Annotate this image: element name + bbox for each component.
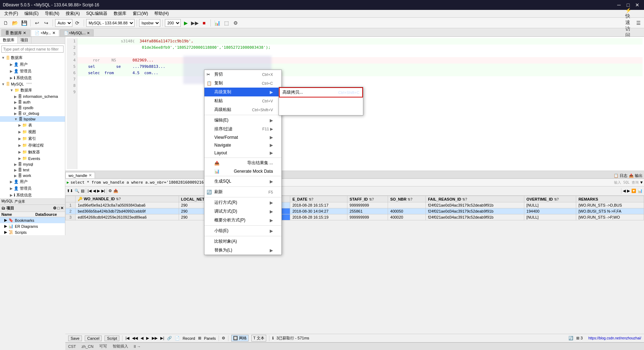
ctx-item-copy[interactable]: 📋 复制 Ctrl+C <box>204 79 281 88</box>
ctx-item-gen-sql[interactable]: 生成SQL ▶ <box>204 177 281 186</box>
ctx-refresh-label: 刷新 <box>214 189 223 195</box>
submenu-advanced-copy-shortcut: Ctrl+Shift+C <box>338 90 359 95</box>
ctx-item-advanced-copy[interactable]: 高级复制 ▶ 高级拷贝... Ctrl+Shift+C 拷贝字段名称 拷贝行号 <box>204 88 281 96</box>
ctx-sep-2 <box>204 158 281 158</box>
ctx-paste-shortcut: Ctrl+V <box>262 99 273 103</box>
ctx-advanced-paste-shortcut: Ctrl+Shift+V <box>252 108 273 112</box>
ctx-item-debug-as[interactable]: 调试方式(D) ▶ <box>204 207 281 216</box>
ctx-run-arrow: ▶ <box>270 200 273 205</box>
ctx-sep-7 <box>204 236 281 236</box>
ctx-mock-label: Generate Mock Data <box>234 169 273 174</box>
submenu-copy-field-name[interactable]: 拷贝字段名称 <box>279 97 363 106</box>
ctx-advanced-paste-label: 高级粘贴 <box>214 107 231 113</box>
ctx-view-format-label: View/Format <box>214 135 238 140</box>
ctx-item-paste[interactable]: 粘贴 Ctrl+V <box>204 96 281 105</box>
refresh-icon: 🔄 <box>207 190 212 195</box>
ctx-item-sort[interactable]: 排序/过滤 F11 ▶ <box>204 125 281 134</box>
ctx-sep-5 <box>204 197 281 197</box>
submenu: 高级拷贝... Ctrl+Shift+C 拷贝字段名称 拷贝行号 <box>279 87 363 115</box>
ctx-advanced-copy-label: 高级复制 <box>214 89 231 95</box>
ctx-cut-label: 剪切 <box>214 71 223 77</box>
ctx-replace-arrow: ▶ <box>270 248 273 253</box>
ctx-item-navigate[interactable]: Navigate ▶ <box>204 141 281 149</box>
ctx-gensql-arrow: ▶ <box>270 179 273 184</box>
ctx-replace-label: 替换为(L) <box>214 247 232 253</box>
ctx-arrow-icon: ▶ <box>270 90 273 95</box>
submenu-advanced-copy-label: 高级拷贝... <box>282 89 303 95</box>
ctx-item-view-format[interactable]: View/Format ▶ <box>204 134 281 141</box>
ctx-sort-label: 排序/过滤 <box>214 126 232 132</box>
ctx-sep-6 <box>204 225 281 226</box>
ctx-item-export[interactable]: 📤 导出结果集 ... <box>204 159 281 167</box>
ctx-item-replace[interactable]: 替换为(L) ▶ <box>204 246 281 255</box>
ctx-item-compare[interactable]: 比较对象(A) <box>204 237 281 246</box>
ctx-export-label: 导出结果集 ... <box>247 160 273 166</box>
ctx-profile-arrow: ▶ <box>270 218 273 223</box>
context-menu-overlay[interactable]: ✂ 剪切 Ctrl+X 📋 复制 Ctrl+C 高级复制 ▶ 高级拷贝... C… <box>0 0 644 350</box>
cut-icon: ✂ <box>207 72 210 77</box>
ctx-item-refresh[interactable]: 🔄 刷新 F5 <box>204 188 281 196</box>
ctx-item-cut[interactable]: ✂ 剪切 Ctrl+X <box>204 70 281 79</box>
submenu-copy-row-label: 拷贝行号 <box>282 108 299 114</box>
ctx-edit-label: 编辑(E) <box>214 117 228 123</box>
ctx-profile-label: 概要分析方式(P) <box>214 217 245 223</box>
submenu-copy-field-label: 拷贝字段名称 <box>282 99 307 105</box>
ctx-copy-label: 复制 <box>214 80 223 86</box>
ctx-item-edit[interactable]: 编辑(E) ▶ <box>204 116 281 125</box>
ctx-layout-label: Layout <box>214 150 227 155</box>
ctx-compare-label: 比较对象(A) <box>214 238 237 244</box>
ctx-sep-4 <box>204 186 281 187</box>
mock-icon: 📊 <box>214 169 220 174</box>
ctx-sep-3 <box>204 176 281 176</box>
ctx-edit-arrow: ▶ <box>270 118 273 123</box>
submenu-copy-row-num[interactable]: 拷贝行号 <box>279 106 363 115</box>
copy-icon: 📋 <box>207 81 212 86</box>
ctx-cut-shortcut: Ctrl+X <box>262 72 273 77</box>
ctx-vf-arrow: ▶ <box>270 135 273 140</box>
export-icon: 📤 <box>214 161 220 166</box>
ctx-item-profile[interactable]: 概要分析方式(P) ▶ <box>204 216 281 225</box>
ctx-sort-shortcut: F11 ▶ <box>262 127 273 131</box>
ctx-gen-sql-label: 生成SQL <box>214 178 231 184</box>
ctx-refresh-shortcut: F5 <box>268 190 273 194</box>
ctx-run-as-label: 运行方式(R) <box>214 200 237 206</box>
ctx-item-run-as[interactable]: 运行方式(R) ▶ <box>204 198 281 207</box>
ctx-navigate-label: Navigate <box>214 143 231 148</box>
submenu-advanced-copy[interactable]: 高级拷贝... Ctrl+Shift+C <box>279 87 363 97</box>
ctx-item-group[interactable]: 小组(E) ▶ <box>204 226 281 235</box>
context-menu: ✂ 剪切 Ctrl+X 📋 复制 Ctrl+C 高级复制 ▶ 高级拷贝... C… <box>204 70 282 255</box>
ctx-copy-shortcut: Ctrl+C <box>262 81 273 85</box>
ctx-group-arrow: ▶ <box>270 229 273 233</box>
ctx-layout-arrow: ▶ <box>270 150 273 155</box>
ctx-group-label: 小组(E) <box>214 228 228 234</box>
ctx-item-layout[interactable]: Layout ▶ <box>204 149 281 157</box>
ctx-sep-1 <box>204 115 281 115</box>
ctx-item-mock-data[interactable]: 📊 Generate Mock Data <box>204 167 281 175</box>
ctx-nav-arrow: ▶ <box>270 143 273 148</box>
ctx-debug-label: 调试方式(D) <box>214 208 237 214</box>
ctx-debug-arrow: ▶ <box>270 209 273 214</box>
ctx-paste-label: 粘贴 <box>214 98 223 104</box>
ctx-item-advanced-paste[interactable]: 高级粘贴 Ctrl+Shift+V <box>204 105 281 114</box>
